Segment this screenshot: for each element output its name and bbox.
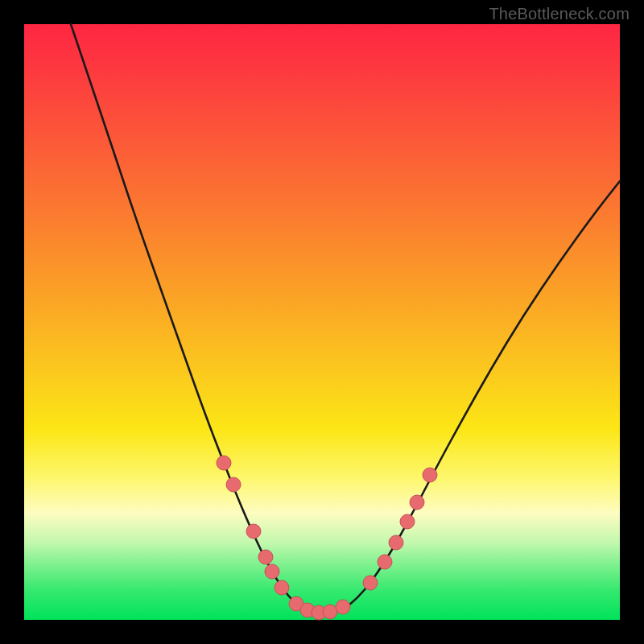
data-dot (258, 550, 273, 564)
data-dot (336, 600, 350, 614)
data-dot (246, 524, 261, 539)
curve-svg (24, 24, 620, 620)
plot-area (24, 24, 620, 620)
data-dot (217, 456, 231, 470)
data-dot (389, 535, 403, 550)
data-dot (400, 514, 415, 529)
data-dot (423, 468, 437, 482)
data-dot (410, 495, 424, 510)
data-dot (363, 576, 378, 590)
data-dot (323, 605, 337, 619)
data-dot (226, 477, 241, 492)
bottleneck-curve (71, 24, 620, 614)
data-dot (275, 580, 289, 595)
chart-frame: TheBottleneck.com (0, 0, 644, 644)
data-dot (265, 564, 279, 579)
data-dot (378, 555, 392, 569)
data-dots (217, 456, 437, 620)
attribution-label: TheBottleneck.com (489, 5, 630, 23)
